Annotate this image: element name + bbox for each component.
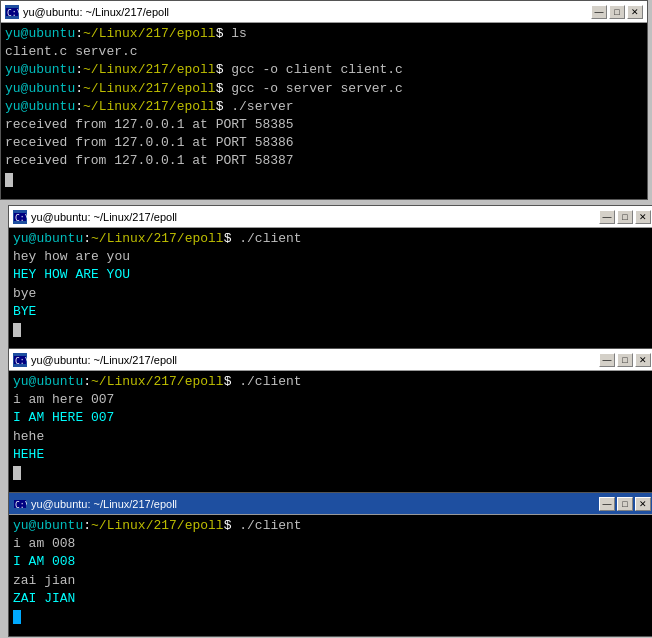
terminal-icon-win3: C:\ [13,353,27,367]
title-controls-win1: — □ ✕ [591,5,643,19]
line-win2-1: hey how are you [13,248,651,266]
close-btn-win1[interactable]: ✕ [627,5,643,19]
title-bar-win1: C:\ yu@ubuntu: ~/Linux/217/epoll — □ ✕ [1,1,647,23]
terminal-content-win4: yu@ubuntu:~/Linux/217/epoll$ ./client i … [9,515,652,637]
svg-text:C:\: C:\ [7,9,19,18]
line-win4-4: ZAI JIAN [13,590,651,608]
terminal-icon-win1: C:\ [5,5,19,19]
close-btn-win2[interactable]: ✕ [635,210,651,224]
line-win1-4: yu@ubuntu:~/Linux/217/epoll$ ./server [5,98,643,116]
line-win2-4: BYE [13,303,651,321]
win4: C:\ yu@ubuntu: ~/Linux/217/epoll — □ ✕ y… [8,492,652,637]
svg-text:C:\: C:\ [15,357,27,366]
title-controls-win4: — □ ✕ [599,497,651,511]
title-bar-win2: C:\ yu@ubuntu: ~/Linux/217/epoll — □ ✕ [9,206,652,228]
title-text-win3: yu@ubuntu: ~/Linux/217/epoll [31,354,177,366]
title-left-win4: C:\ yu@ubuntu: ~/Linux/217/epoll [13,497,177,511]
svg-text:C:\: C:\ [15,214,27,223]
close-btn-win3[interactable]: ✕ [635,353,651,367]
line-win1-2: yu@ubuntu:~/Linux/217/epoll$ gcc -o clie… [5,61,643,79]
title-bar-win3: C:\ yu@ubuntu: ~/Linux/217/epoll — □ ✕ [9,349,652,371]
win3: C:\ yu@ubuntu: ~/Linux/217/epoll — □ ✕ y… [8,348,652,496]
line-win1-1: client.c server.c [5,43,643,61]
line-win4-3: zai jian [13,572,651,590]
line-win3-1: i am here 007 [13,391,651,409]
maximize-btn-win4[interactable]: □ [617,497,633,511]
line-win1-6: received from 127.0.0.1 at PORT 58386 [5,134,643,152]
title-controls-win2: — □ ✕ [599,210,651,224]
terminal-icon-win2: C:\ [13,210,27,224]
terminal-content-win3: yu@ubuntu:~/Linux/217/epoll$ ./client i … [9,371,652,496]
minimize-btn-win2[interactable]: — [599,210,615,224]
line-win1-cursor [5,171,643,189]
title-text-win2: yu@ubuntu: ~/Linux/217/epoll [31,211,177,223]
title-bar-win4: C:\ yu@ubuntu: ~/Linux/217/epoll — □ ✕ [9,493,652,515]
line-win4-cursor [13,608,651,626]
line-win4-0: yu@ubuntu:~/Linux/217/epoll$ ./client [13,517,651,535]
line-win2-2: HEY HOW ARE YOU [13,266,651,284]
line-win4-1: i am 008 [13,535,651,553]
line-win1-3: yu@ubuntu:~/Linux/217/epoll$ gcc -o serv… [5,80,643,98]
title-text-win4: yu@ubuntu: ~/Linux/217/epoll [31,498,177,510]
close-btn-win4[interactable]: ✕ [635,497,651,511]
line-win4-2: I AM 008 [13,553,651,571]
title-text-win1: yu@ubuntu: ~/Linux/217/epoll [23,6,169,18]
line-win2-0: yu@ubuntu:~/Linux/217/epoll$ ./client [13,230,651,248]
line-win3-2: I AM HERE 007 [13,409,651,427]
title-left-win1: C:\ yu@ubuntu: ~/Linux/217/epoll [5,5,169,19]
line-win2-3: bye [13,285,651,303]
terminal-content-win1: yu@ubuntu:~/Linux/217/epoll$ ls client.c… [1,23,647,200]
maximize-btn-win2[interactable]: □ [617,210,633,224]
line-win3-3: hehe [13,428,651,446]
win1: C:\ yu@ubuntu: ~/Linux/217/epoll — □ ✕ y… [0,0,648,200]
title-left-win3: C:\ yu@ubuntu: ~/Linux/217/epoll [13,353,177,367]
maximize-btn-win3[interactable]: □ [617,353,633,367]
line-win2-cursor [13,321,651,339]
title-controls-win3: — □ ✕ [599,353,651,367]
minimize-btn-win3[interactable]: — [599,353,615,367]
line-win1-7: received from 127.0.0.1 at PORT 58387 [5,152,643,170]
line-win3-4: HEHE [13,446,651,464]
minimize-btn-win1[interactable]: — [591,5,607,19]
line-win1-5: received from 127.0.0.1 at PORT 58385 [5,116,643,134]
maximize-btn-win1[interactable]: □ [609,5,625,19]
minimize-btn-win4[interactable]: — [599,497,615,511]
line-win3-cursor [13,464,651,482]
terminal-icon-win4: C:\ [13,497,27,511]
line-win3-0: yu@ubuntu:~/Linux/217/epoll$ ./client [13,373,651,391]
svg-text:C:\: C:\ [15,501,27,510]
title-left-win2: C:\ yu@ubuntu: ~/Linux/217/epoll [13,210,177,224]
win2: C:\ yu@ubuntu: ~/Linux/217/epoll — □ ✕ y… [8,205,652,353]
terminal-content-win2: yu@ubuntu:~/Linux/217/epoll$ ./client he… [9,228,652,353]
line-win1-0: yu@ubuntu:~/Linux/217/epoll$ ls [5,25,643,43]
